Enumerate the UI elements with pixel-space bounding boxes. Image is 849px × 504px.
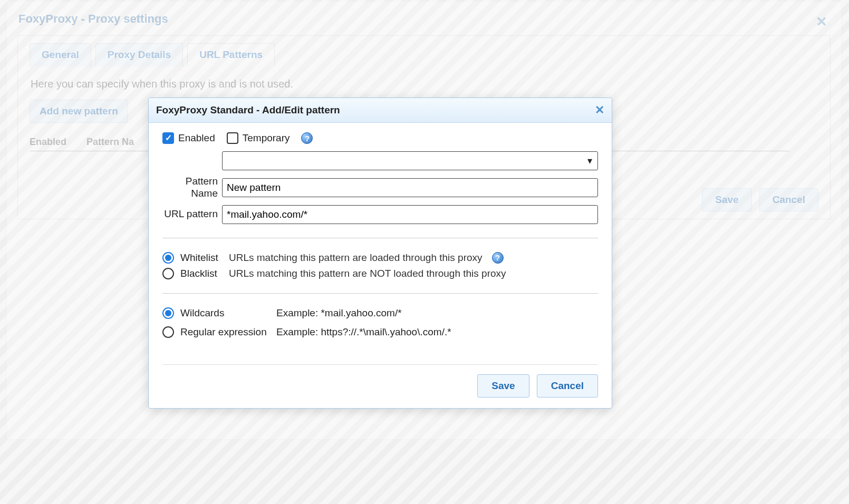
whitelist-label: Whitelist	[180, 252, 223, 264]
regex-example: Example: https?://.*\mail\.yahoo\.com/.*	[276, 326, 598, 338]
blacklist-radio[interactable]	[162, 268, 174, 279]
wildcards-radio[interactable]	[162, 307, 174, 319]
url-pattern-label: URL pattern	[162, 208, 218, 220]
enabled-checkbox[interactable]	[162, 132, 174, 144]
cancel-button[interactable]: Cancel	[537, 374, 598, 398]
pattern-name-input[interactable]	[222, 178, 598, 197]
url-pattern-input[interactable]	[222, 205, 598, 224]
tab-proxy-details[interactable]: Proxy Details	[95, 43, 183, 66]
save-button[interactable]: Save	[477, 374, 529, 398]
chevron-down-icon: ▾	[587, 155, 592, 167]
enabled-label: Enabled	[178, 132, 215, 144]
temporary-label: Temporary	[243, 132, 290, 144]
dialog-title: FoxyProxy - Proxy settings	[17, 8, 168, 35]
blacklist-description: URLs matching this pattern are NOT loade…	[229, 268, 506, 279]
add-new-pattern-button[interactable]: Add new pattern	[30, 100, 128, 123]
help-icon[interactable]: ?	[492, 252, 504, 264]
whitelist-description: URLs matching this pattern are loaded th…	[229, 252, 483, 264]
tab-url-patterns[interactable]: URL Patterns	[187, 43, 275, 66]
tab-description: Here you can specify when this proxy is …	[31, 78, 817, 90]
col-enabled: Enabled	[30, 137, 66, 148]
bg-cancel-button[interactable]: Cancel	[759, 188, 818, 211]
wildcards-example: Example: *mail.yahoo.com/*	[276, 307, 598, 319]
regex-label: Regular expression	[180, 326, 267, 338]
modal-title: FoxyProxy Standard - Add/Edit pattern	[156, 104, 340, 116]
pattern-select[interactable]: ▾	[222, 151, 598, 170]
regex-radio[interactable]	[162, 326, 174, 338]
blacklist-label: Blacklist	[180, 268, 223, 279]
whitelist-radio[interactable]	[162, 252, 174, 264]
wildcards-label: Wildcards	[180, 307, 224, 319]
col-pattern-name: Pattern Na	[86, 137, 134, 148]
tab-general[interactable]: General	[30, 43, 91, 66]
close-icon[interactable]: ✕	[595, 103, 604, 117]
pattern-name-label: Pattern Name	[162, 176, 218, 200]
help-icon[interactable]: ?	[301, 132, 313, 144]
close-icon[interactable]: ✕	[816, 14, 831, 30]
add-edit-pattern-dialog: FoxyProxy Standard - Add/Edit pattern ✕ …	[148, 98, 612, 409]
temporary-checkbox[interactable]	[227, 132, 238, 144]
tabs: General Proxy Details URL Patterns	[30, 43, 818, 66]
bg-save-button[interactable]: Save	[702, 188, 751, 211]
